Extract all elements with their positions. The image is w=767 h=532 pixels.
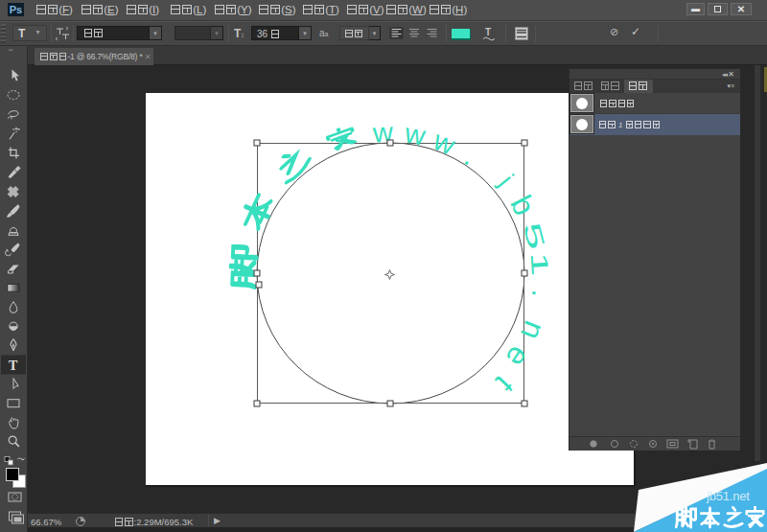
svg-text:jb51.net: jb51.net [706, 489, 750, 503]
